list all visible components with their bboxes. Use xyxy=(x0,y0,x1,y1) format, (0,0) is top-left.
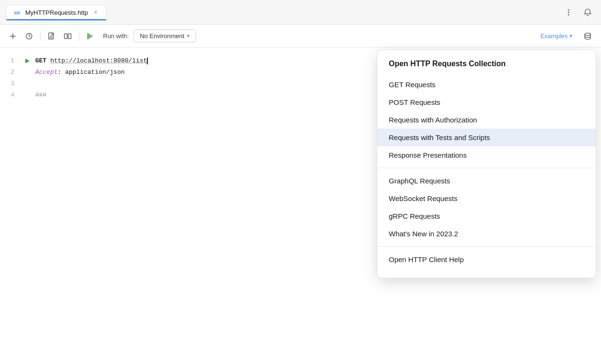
svg-rect-11 xyxy=(64,34,67,39)
file-button[interactable] xyxy=(44,29,59,43)
svg-point-3 xyxy=(568,11,570,13)
panel-item-open-help[interactable]: Open HTTP Client Help xyxy=(377,251,596,268)
line-number-1: 1 xyxy=(0,55,19,67)
line-number-3: 3 xyxy=(0,78,19,90)
panel-item-response-presentations[interactable]: Response Presentations xyxy=(377,146,596,164)
panel-item-requests-auth[interactable]: Requests with Authorization xyxy=(377,111,596,129)
active-tab[interactable]: API MyHTTPRequests.http × xyxy=(6,5,107,20)
database-icon-button[interactable] xyxy=(580,29,595,44)
panel-divider-2 xyxy=(377,246,596,247)
title-bar-actions xyxy=(561,5,595,20)
separator-comment: ### xyxy=(35,90,46,101)
api-icon: API xyxy=(13,8,21,17)
line-numbers: 1 2 3 4 xyxy=(0,48,19,364)
svg-point-2 xyxy=(568,9,570,10)
tab-title: MyHTTPRequests.http xyxy=(25,9,88,16)
header-key: Accept xyxy=(35,67,58,78)
line-number-4: 4 xyxy=(0,90,19,101)
http-method: GET xyxy=(35,55,46,67)
svg-marker-16 xyxy=(25,59,30,63)
history-button[interactable] xyxy=(22,29,36,43)
header-value: : application/json xyxy=(58,67,124,78)
editor-area: 1 2 3 4 GET http://localhost:8080/list A… xyxy=(0,48,601,364)
env-chevron-icon: ▾ xyxy=(187,33,190,39)
examples-label: Examples xyxy=(540,32,568,40)
examples-chevron-icon: ▾ xyxy=(570,33,572,39)
panel-item-get-requests[interactable]: GET Requests xyxy=(377,76,596,93)
panel-title: Open HTTP Requests Collection xyxy=(377,60,596,76)
panel-divider-1 xyxy=(377,168,596,168)
run-all-button[interactable] xyxy=(83,29,97,43)
panel-item-graphql-requests[interactable]: GraphQL Requests xyxy=(377,172,596,190)
run-with-label: Run with: xyxy=(103,32,129,40)
svg-point-4 xyxy=(568,14,570,15)
tab-area: API MyHTTPRequests.http × xyxy=(6,5,561,20)
svg-marker-13 xyxy=(88,33,93,39)
more-options-button[interactable] xyxy=(561,5,576,20)
split-button[interactable] xyxy=(61,29,75,43)
add-button[interactable] xyxy=(6,29,20,43)
panel-item-grpc-requests[interactable]: gRPC Requests xyxy=(377,207,596,225)
environment-dropdown[interactable]: No Environment ▾ xyxy=(134,30,196,42)
environment-value: No Environment xyxy=(140,32,184,40)
tab-close-button[interactable]: × xyxy=(92,9,100,16)
toolbar-divider-1 xyxy=(40,31,41,41)
line-number-2: 2 xyxy=(0,67,19,78)
panel-item-requests-tests[interactable]: Requests with Tests and Scripts xyxy=(377,129,596,146)
panel-item-websocket-requests[interactable]: WebSocket Requests xyxy=(377,190,596,207)
examples-dropdown-panel: Open HTTP Requests Collection GET Reques… xyxy=(377,50,596,278)
request-url: http://localhost:8080/list xyxy=(50,55,147,67)
text-cursor xyxy=(147,58,148,64)
svg-point-15 xyxy=(585,33,591,35)
svg-rect-12 xyxy=(68,34,71,39)
svg-text:API: API xyxy=(14,11,20,15)
title-bar: API MyHTTPRequests.http × xyxy=(0,0,601,25)
notifications-button[interactable] xyxy=(580,5,595,20)
toolbar: Run with: No Environment ▾ Examples ▾ xyxy=(0,25,601,48)
panel-item-post-requests[interactable]: POST Requests xyxy=(377,93,596,111)
examples-button[interactable]: Examples ▾ xyxy=(537,30,576,42)
run-request-button[interactable] xyxy=(23,57,31,65)
panel-item-whats-new[interactable]: What's New in 2023.2 xyxy=(377,225,596,243)
toolbar-divider-2 xyxy=(79,31,79,41)
